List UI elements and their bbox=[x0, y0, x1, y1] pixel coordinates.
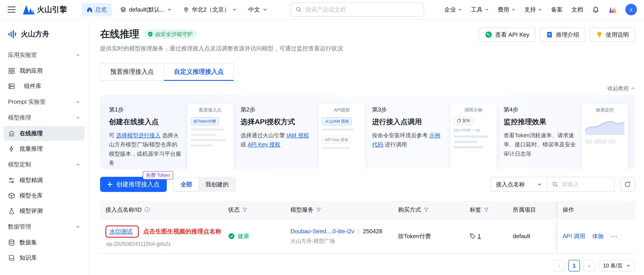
annotation-red-box: 水印测试 bbox=[106, 226, 139, 238]
filter-funnel-icon[interactable] bbox=[424, 207, 429, 212]
filter-funnel-icon[interactable] bbox=[316, 207, 321, 212]
menu-enterprise[interactable]: 企业 bbox=[444, 6, 462, 13]
sidebar-group-model-customization[interactable]: 模型定制 bbox=[0, 157, 88, 172]
link-filing[interactable]: 备案 bbox=[551, 6, 562, 13]
tutorial-step-2: 第2步 选择API授权方式 选择通过火山引擎 IAM 授权 或 API Key … bbox=[240, 102, 365, 169]
step1-preview-card: 配置接入点 按Token付费 bbox=[187, 104, 234, 169]
billing-method: 按Token付费 bbox=[398, 233, 431, 240]
grid-icon bbox=[8, 67, 15, 74]
benefits-gem-icon[interactable] bbox=[608, 6, 616, 13]
tabs: 预置推理接入点 自定义推理接入点 bbox=[100, 63, 635, 81]
tutorial-step-1: 第1步 创建在线接入点 可 选择模型进行接入 选择火山方舟模型广场/模型仓库的模… bbox=[109, 102, 234, 169]
filter-funnel-icon[interactable] bbox=[484, 207, 489, 212]
info-icon[interactable] bbox=[144, 207, 150, 213]
prev-page-button[interactable]: ‹ bbox=[553, 260, 565, 272]
chevron-up-icon bbox=[76, 53, 80, 57]
link-docs[interactable]: 文档 bbox=[572, 6, 583, 13]
volcengine-logo[interactable]: 火山引擎 bbox=[22, 4, 67, 15]
menu-billing[interactable]: 费用 bbox=[498, 6, 516, 13]
api-key-auth-link[interactable]: API Key 授权 bbox=[248, 141, 280, 148]
free-token-badge: 免费 Token bbox=[143, 171, 173, 180]
next-page-button[interactable]: › bbox=[584, 260, 595, 272]
bank-icon bbox=[8, 130, 15, 137]
more-actions-button[interactable]: ⋯ bbox=[611, 232, 618, 240]
sidebar-item-knowledge-base[interactable]: 知识库 bbox=[4, 250, 84, 265]
sidebar-item-batch-inference[interactable]: 批量推理 bbox=[4, 141, 84, 156]
chevron-down-icon bbox=[626, 264, 631, 268]
page-size-selector[interactable]: 10 条/页 bbox=[599, 260, 635, 272]
sidebar-item-model-repository[interactable]: 模型仓库 bbox=[4, 188, 84, 203]
workspace-selector[interactable]: default(默认... bbox=[116, 6, 175, 13]
divider: | bbox=[358, 228, 360, 235]
menu-support[interactable]: 支持 bbox=[524, 6, 542, 13]
refresh-button[interactable] bbox=[620, 177, 635, 192]
area-chart-icon bbox=[585, 116, 624, 135]
sidebar-item-component-library[interactable]: 组件库 bbox=[4, 79, 84, 93]
api-call-link[interactable]: API 调用 bbox=[562, 232, 585, 240]
sidebar-group-data-management[interactable]: 数据管理 bbox=[0, 219, 88, 235]
tag-icon bbox=[470, 233, 476, 239]
chevron-down-icon bbox=[167, 7, 172, 12]
copy-button[interactable]: 复制 bbox=[454, 117, 474, 125]
model-name-link[interactable]: Doubao-Seed....0-lite-i2v bbox=[290, 228, 354, 235]
model-source: 火山方舟-模型广场 bbox=[290, 238, 388, 245]
pagination: ‹ 1 › 10 条/页 bbox=[100, 260, 635, 272]
table-header: 接入点名称/ID 状态 模型服务 购买方式 标签 bbox=[100, 201, 635, 219]
collapse-tutorial[interactable]: 收起教程 bbox=[100, 85, 635, 92]
table-row: 水印测试 点击生图生视频的推理点名称 ep-20250824111554-gds… bbox=[100, 219, 635, 253]
tag-cell[interactable]: 1 bbox=[470, 233, 502, 240]
endpoints-table: 接入点名称/ID 状态 模型服务 购买方式 标签 bbox=[100, 201, 635, 254]
sidebar-item-model-evaluation[interactable]: 模型评测 bbox=[4, 204, 84, 218]
current-page-button[interactable]: 1 bbox=[568, 260, 580, 272]
sidebar-item-online-inference[interactable]: 在线推理 bbox=[4, 126, 84, 141]
sidebar-item-dataset[interactable]: 数据集 bbox=[4, 235, 84, 250]
tab-preset-endpoints[interactable]: 预置推理接入点 bbox=[100, 63, 164, 81]
sidebar-item-model-finetune[interactable]: 模型精调 bbox=[4, 173, 84, 188]
lightbulb-icon bbox=[596, 31, 603, 38]
bell-icon[interactable] bbox=[592, 6, 600, 13]
endpoint-search-input[interactable] bbox=[562, 181, 610, 188]
location-pin-icon bbox=[183, 6, 189, 13]
try-link[interactable]: 体验 bbox=[592, 232, 604, 240]
page-title: 在线推理 bbox=[100, 27, 139, 41]
hamburger-menu-icon[interactable] bbox=[7, 6, 16, 13]
inference-intro-button[interactable]: 推理介绍 bbox=[540, 27, 585, 42]
language-selector[interactable]: 中文 bbox=[245, 6, 271, 13]
document-icon bbox=[546, 31, 553, 38]
filter-funnel-icon[interactable] bbox=[242, 207, 247, 212]
iam-auth-link[interactable]: IAM 授权 bbox=[286, 132, 309, 138]
sidebar-item-my-apps[interactable]: 我的应用 bbox=[4, 63, 84, 78]
search-field-selector[interactable]: 接入点名称 bbox=[490, 181, 547, 188]
global-search[interactable] bbox=[291, 2, 424, 17]
tab-custom-endpoints[interactable]: 自定义推理接入点 bbox=[164, 63, 234, 81]
sidebar-group-prompt-lab[interactable]: Prompt 实验室 bbox=[0, 94, 88, 110]
key-icon bbox=[485, 31, 492, 38]
menu-tools[interactable]: 工具 bbox=[471, 6, 489, 13]
chevron-down-icon bbox=[458, 7, 462, 11]
main-content: 在线推理 由安全沙箱守护 提供实时的模型推理服务，通过推理接入点灵活调整资源并访… bbox=[88, 19, 644, 275]
select-model-link[interactable]: 选择模型进行接入 bbox=[116, 132, 160, 138]
overview-button[interactable]: 总览 bbox=[82, 3, 112, 16]
annotation-text: 点击生图生视频的推理点名称 bbox=[143, 228, 221, 236]
usage-guide-button[interactable]: 使用说明 bbox=[590, 27, 635, 42]
global-search-input[interactable] bbox=[305, 6, 419, 13]
chevron-up-icon bbox=[631, 86, 635, 91]
chevron-down-icon bbox=[263, 7, 267, 12]
flask-icon bbox=[8, 208, 15, 215]
page-subtitle: 提供实时的模型推理服务，通过推理接入点灵活调整资源并访问模型，可通过监控查看运行… bbox=[100, 45, 343, 52]
topbar: 火山引擎 总览 default(默认... 华北2（北京） 中文 bbox=[0, 0, 644, 19]
sidebar-group-app-lab[interactable]: 应用实验室 bbox=[0, 47, 88, 63]
product-title: 火山方舟 bbox=[0, 27, 88, 47]
view-api-key-button[interactable]: 查看 API Key bbox=[479, 27, 536, 42]
step3-preview-card: 调用示例 复制 pip install —up bbox=[450, 104, 496, 169]
volcano-logo-icon bbox=[22, 5, 35, 14]
chevron-up-icon bbox=[76, 115, 80, 120]
endpoint-name-link[interactable]: 水印测试 bbox=[110, 228, 132, 236]
region-selector[interactable]: 华北2（北京） bbox=[180, 6, 240, 13]
status-badge: 健康 bbox=[228, 232, 280, 240]
user-avatar[interactable]: x bbox=[625, 4, 637, 15]
sidebar-group-model-inference[interactable]: 模型推理 bbox=[0, 110, 88, 125]
filter-created-by-me[interactable]: 我创建的 bbox=[199, 178, 235, 191]
home-icon bbox=[87, 7, 92, 12]
filter-all[interactable]: 全部 bbox=[174, 178, 199, 191]
